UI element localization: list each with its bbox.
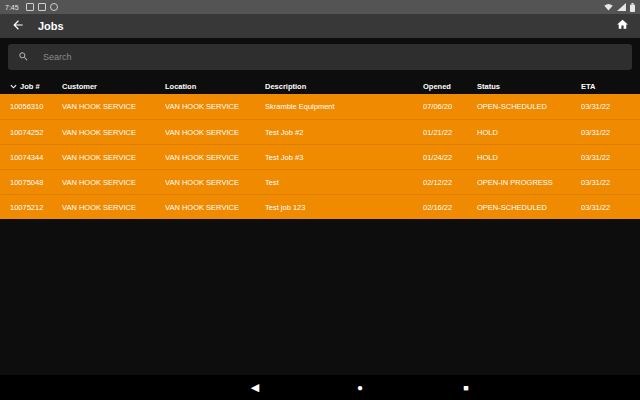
nav-home-button[interactable]: ● <box>350 375 370 400</box>
table-row[interactable]: 10056310 VAN HOOK SERVICE VAN HOOK SERVI… <box>0 94 640 119</box>
column-header-customer[interactable]: Customer <box>62 82 165 91</box>
cell-signal-icon <box>617 3 626 11</box>
status-bar-left: 7:45 <box>5 3 58 11</box>
cell-customer: VAN HOOK SERVICE <box>62 178 165 187</box>
column-header-eta[interactable]: ETA <box>581 82 632 91</box>
cell-status: HOLD <box>477 128 581 137</box>
search-bar[interactable] <box>8 44 632 70</box>
notification-icon <box>38 3 46 11</box>
cell-customer: VAN HOOK SERVICE <box>62 128 165 137</box>
cell-customer: VAN HOOK SERVICE <box>62 153 165 162</box>
search-icon <box>18 48 41 66</box>
cell-customer: VAN HOOK SERVICE <box>62 102 165 111</box>
cell-description: Skramble Equipment <box>265 102 423 111</box>
page-title: Jobs <box>38 20 612 32</box>
home-button[interactable] <box>612 16 632 36</box>
cell-opened: 07/06/20 <box>423 102 477 111</box>
cell-job-number: 10075212 <box>10 203 62 212</box>
cell-description: Test Job #3 <box>265 153 423 162</box>
table-row[interactable]: 10075212 VAN HOOK SERVICE VAN HOOK SERVI… <box>0 194 640 219</box>
cell-job-number: 10075048 <box>10 178 62 187</box>
cell-job-number: 10074252 <box>10 128 62 137</box>
column-header-opened[interactable]: Opened <box>423 82 477 91</box>
nav-recents-icon: ■ <box>463 383 468 393</box>
nav-back-button[interactable]: ◀ <box>245 375 265 400</box>
column-header-location[interactable]: Location <box>165 82 265 91</box>
cell-status: OPEN-SCHEDULED <box>477 203 581 212</box>
cell-eta: 03/31/22 <box>581 102 632 111</box>
cell-eta: 03/31/22 <box>581 178 632 187</box>
notification-icon <box>26 3 34 11</box>
search-area <box>8 44 632 70</box>
table-row[interactable]: 10074344 VAN HOOK SERVICE VAN HOOK SERVI… <box>0 144 640 169</box>
notification-icon <box>50 3 58 11</box>
nav-home-icon: ● <box>357 382 363 393</box>
android-nav-bar: ◀ ● ■ <box>0 375 640 400</box>
status-time: 7:45 <box>5 4 19 11</box>
status-bar: 7:45 <box>0 0 640 14</box>
cell-location: VAN HOOK SERVICE <box>165 203 265 212</box>
cell-job-number: 10074344 <box>10 153 62 162</box>
cell-eta: 03/31/22 <box>581 128 632 137</box>
cell-description: Test job 123 <box>265 203 423 212</box>
cell-status: OPEN-IN PROGRESS <box>477 178 581 187</box>
cell-eta: 03/31/22 <box>581 153 632 162</box>
column-header-status[interactable]: Status <box>477 82 581 91</box>
back-arrow-icon <box>11 18 25 35</box>
search-input[interactable] <box>41 51 622 63</box>
cell-description: Test <box>265 178 423 187</box>
cell-customer: VAN HOOK SERVICE <box>62 203 165 212</box>
toolbar: Jobs <box>0 14 640 38</box>
cell-job-number: 10056310 <box>10 102 62 111</box>
table-row[interactable]: 10075048 VAN HOOK SERVICE VAN HOOK SERVI… <box>0 169 640 194</box>
cell-eta: 03/31/22 <box>581 203 632 212</box>
cell-opened: 02/12/22 <box>423 178 477 187</box>
cell-opened: 02/16/22 <box>423 203 477 212</box>
table-header-row: Job # Customer Location Description Open… <box>0 78 640 94</box>
jobs-table: Job # Customer Location Description Open… <box>0 78 640 219</box>
nav-recents-button[interactable]: ■ <box>456 375 476 400</box>
cell-opened: 01/24/22 <box>423 153 477 162</box>
cell-location: VAN HOOK SERVICE <box>165 128 265 137</box>
home-icon <box>616 18 629 34</box>
app-screen: 7:45 Jobs <box>0 0 640 400</box>
back-button[interactable] <box>8 16 28 36</box>
cell-opened: 01/21/22 <box>423 128 477 137</box>
cell-location: VAN HOOK SERVICE <box>165 178 265 187</box>
column-header-job[interactable]: Job # <box>10 82 62 91</box>
status-bar-right <box>604 3 635 12</box>
wifi-icon <box>604 3 613 11</box>
table-row[interactable]: 10074252 VAN HOOK SERVICE VAN HOOK SERVI… <box>0 119 640 144</box>
cell-status: HOLD <box>477 153 581 162</box>
cell-description: Test Job #2 <box>265 128 423 137</box>
cell-location: VAN HOOK SERVICE <box>165 153 265 162</box>
table-body: 10056310 VAN HOOK SERVICE VAN HOOK SERVI… <box>0 94 640 219</box>
column-header-description[interactable]: Description <box>265 82 423 91</box>
sort-chevron-down-icon <box>10 82 17 91</box>
battery-icon <box>630 3 635 12</box>
cell-location: VAN HOOK SERVICE <box>165 102 265 111</box>
cell-status: OPEN-SCHEDULED <box>477 102 581 111</box>
nav-back-icon: ◀ <box>251 381 259 394</box>
